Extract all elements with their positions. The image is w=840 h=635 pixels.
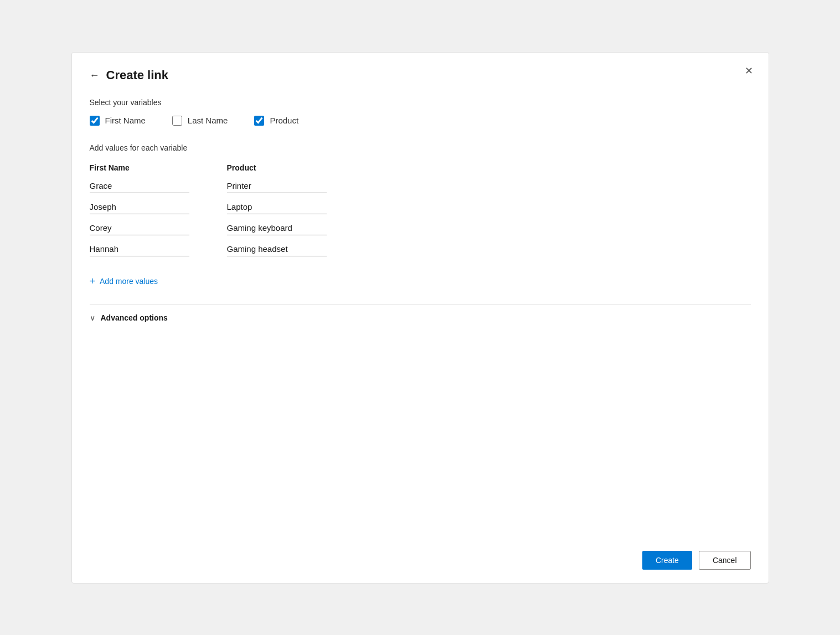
first-name-checkbox[interactable] <box>90 116 100 126</box>
variables-checkboxes-row: First Name Last Name Product <box>90 116 751 126</box>
plus-icon: + <box>90 276 96 286</box>
col-header-product: Product <box>227 163 338 172</box>
first-name-input-4[interactable] <box>90 242 189 256</box>
table-row <box>90 200 751 214</box>
add-values-label: Add values for each variable <box>90 143 751 152</box>
first-name-input-2[interactable] <box>90 200 189 214</box>
product-input-4[interactable] <box>227 242 327 256</box>
first-name-input-1[interactable] <box>90 179 189 193</box>
variables-section: Select your variables First Name Last Na… <box>90 98 751 143</box>
chevron-down-icon: ∨ <box>90 313 95 322</box>
last-name-checkbox[interactable] <box>172 116 182 126</box>
values-table: First Name Product <box>90 163 751 263</box>
add-more-label: Add more values <box>100 277 158 286</box>
product-checkbox-item[interactable]: Product <box>254 116 298 126</box>
product-checkbox-label: Product <box>270 116 298 125</box>
values-header-row: First Name Product <box>90 163 751 172</box>
variables-section-label: Select your variables <box>90 98 751 107</box>
last-name-checkbox-item[interactable]: Last Name <box>172 116 228 126</box>
product-checkbox[interactable] <box>254 116 264 126</box>
table-row <box>90 221 751 235</box>
dialog-title: Create link <box>106 68 169 82</box>
product-input-2[interactable] <box>227 200 327 214</box>
table-row <box>90 179 751 193</box>
product-input-3[interactable] <box>227 221 327 235</box>
back-arrow-icon[interactable]: ← <box>90 70 100 80</box>
first-name-input-3[interactable] <box>90 221 189 235</box>
dialog-header: ← Create link <box>90 68 751 82</box>
advanced-options-label: Advanced options <box>101 313 168 322</box>
values-section: Add values for each variable First Name … <box>90 143 751 304</box>
create-link-dialog: ← Create link ✕ Select your variables Fi… <box>71 52 769 584</box>
last-name-checkbox-label: Last Name <box>188 116 228 125</box>
close-button[interactable]: ✕ <box>743 64 755 78</box>
product-input-1[interactable] <box>227 179 327 193</box>
advanced-options-toggle[interactable]: ∨ Advanced options <box>90 304 751 331</box>
add-more-values-button[interactable]: + Add more values <box>90 276 158 286</box>
cancel-button[interactable]: Cancel <box>699 551 751 570</box>
dialog-footer: Create Cancel <box>642 551 751 570</box>
values-rows-container <box>90 179 751 263</box>
col-header-first-name: First Name <box>90 163 200 172</box>
first-name-checkbox-item[interactable]: First Name <box>90 116 146 126</box>
table-row <box>90 242 751 256</box>
first-name-checkbox-label: First Name <box>105 116 146 125</box>
create-button[interactable]: Create <box>642 551 692 570</box>
